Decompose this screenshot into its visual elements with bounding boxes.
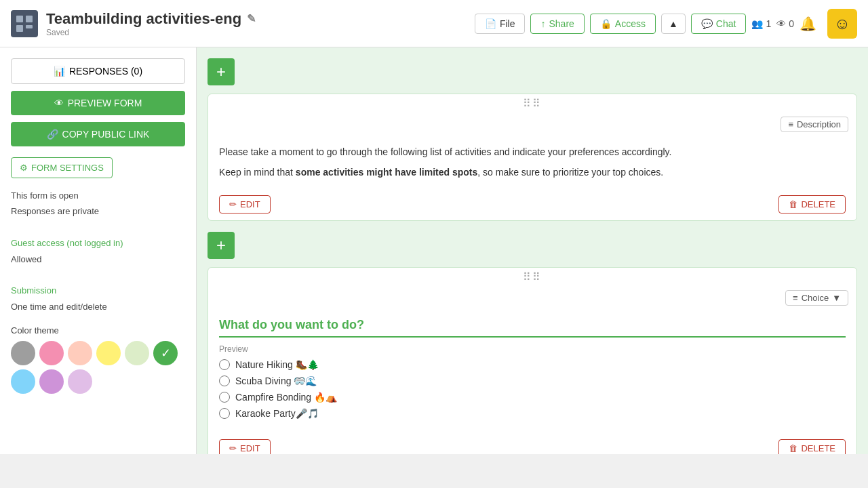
edit-icon-choice: ✏ <box>229 443 237 453</box>
add-block-button-middle[interactable]: + <box>208 232 235 259</box>
main-layout: 📊 RESPONSES (0) 👁 PREVIEW FORM 🔗 COPY PU… <box>0 47 868 454</box>
choice-card-body: What do you want to do? Preview Nature H… <box>208 310 856 432</box>
description-card-body: Please take a moment to go through the f… <box>208 136 856 188</box>
desc-prefix: Keep in mind that <box>219 167 296 178</box>
color-swatch-peach[interactable] <box>68 341 92 365</box>
radio-option-3: Karaoke Party🎤🎵 <box>219 408 846 419</box>
description-type-label: Description <box>797 119 841 129</box>
svg-rect-1 <box>26 16 33 22</box>
description-text-1: Please take a moment to go through the f… <box>219 144 846 159</box>
responses-privacy: Responses are private <box>11 203 185 219</box>
color-swatch-light-purple[interactable] <box>68 369 92 394</box>
radio-input-1[interactable] <box>219 375 230 386</box>
sidebar-info: This form is open Responses are private … <box>11 188 185 314</box>
choice-card: ⠿⠿ ≡ Choice ▼ What do you want to do? Pr… <box>208 267 857 454</box>
topbar-actions: 📄 File ↑ Share 🔒 Access ▲ 💬 Chat 👥 1 👁 0… <box>475 9 857 39</box>
radio-option-1: Scuba Diving 🥽🌊 <box>219 375 846 386</box>
color-swatch-light-green[interactable] <box>125 341 149 365</box>
description-type-badge[interactable]: ≡ Description <box>781 117 848 132</box>
preview-label: PREVIEW FORM <box>68 98 142 108</box>
description-edit-label: EDIT <box>240 199 260 209</box>
submission-value: One time and edit/delete <box>11 299 185 314</box>
svg-rect-3 <box>26 25 33 28</box>
chat-icon: 💬 <box>701 18 713 29</box>
settings-icon: ⚙ <box>20 163 28 173</box>
title-text: Teambuilding activities-eng <box>46 10 241 28</box>
option-label-1: Scuba Diving 🥽🌊 <box>235 375 317 386</box>
plus-icon-top: + <box>216 62 226 81</box>
choice-delete-button[interactable]: 🗑 DELETE <box>778 439 846 454</box>
file-label: File <box>500 18 515 29</box>
radio-input-3[interactable] <box>219 408 230 419</box>
description-card-footer: ✏ EDIT 🗑 DELETE <box>208 188 856 220</box>
link-icon: 🔗 <box>47 129 58 140</box>
description-card-header: ≡ Description <box>208 113 856 136</box>
responses-button[interactable]: 📊 RESPONSES (0) <box>11 58 185 84</box>
copy-link-button[interactable]: 🔗 COPY PUBLIC LINK <box>11 122 185 146</box>
share-icon: ↑ <box>540 18 545 29</box>
access-label: Access <box>615 18 646 29</box>
radio-option-2: Campfire Bonding 🔥⛺ <box>219 392 846 403</box>
color-swatch-pink[interactable] <box>39 341 64 365</box>
choice-delete-label: DELETE <box>801 443 835 453</box>
file-icon: 📄 <box>485 18 496 29</box>
color-swatches: ✓ <box>11 341 185 394</box>
form-settings-label: FORM SETTINGS <box>31 163 104 173</box>
color-swatch-lavender[interactable] <box>39 369 64 394</box>
chat-label: Chat <box>716 18 736 29</box>
option-label-2: Campfire Bonding 🔥⛺ <box>235 392 337 403</box>
description-edit-button[interactable]: ✏ EDIT <box>219 195 271 214</box>
radio-input-0[interactable] <box>219 359 230 370</box>
collapse-button[interactable]: ▲ <box>661 14 686 34</box>
participants-count: 1 <box>766 18 771 29</box>
description-delete-button[interactable]: 🗑 DELETE <box>778 195 846 214</box>
color-swatch-gray[interactable] <box>11 341 35 365</box>
content-area: + ⠿⠿ ≡ Description Please take a moment … <box>197 47 868 454</box>
guest-access-value: Allowed <box>11 251 185 267</box>
svg-rect-2 <box>16 25 23 32</box>
drag-handle-description[interactable]: ⠿⠿ <box>208 94 856 113</box>
radio-option-0: Nature Hiking 🥾🌲 <box>219 359 846 370</box>
share-label: Share <box>549 18 574 29</box>
page-title: Teambuilding activities-eng ✎ <box>46 10 475 28</box>
views-stat: 👁 0 <box>776 18 794 29</box>
access-button[interactable]: 🔒 Access <box>590 14 656 34</box>
avatar[interactable]: ☺ <box>827 9 857 39</box>
form-settings-button[interactable]: ⚙ FORM SETTINGS <box>11 157 113 178</box>
drag-handle-choice[interactable]: ⠿⠿ <box>208 268 856 286</box>
choice-edit-button[interactable]: ✏ EDIT <box>219 439 271 454</box>
participants-icon: 👥 <box>751 18 763 29</box>
description-delete-label: DELETE <box>801 199 835 209</box>
collapse-icon: ▲ <box>669 18 678 29</box>
plus-icon-middle: + <box>216 236 226 255</box>
color-swatch-light-blue[interactable] <box>11 369 35 394</box>
notification-icon[interactable]: 🔔 <box>800 16 816 32</box>
chevron-down-icon: ▼ <box>832 293 841 303</box>
edit-icon-desc: ✏ <box>229 199 237 209</box>
choice-card-footer: ✏ EDIT 🗑 DELETE <box>208 432 856 454</box>
preview-label-choice: Preview <box>219 344 846 354</box>
file-button[interactable]: 📄 File <box>475 14 526 34</box>
chat-button[interactable]: 💬 Chat <box>691 14 747 34</box>
views-icon: 👁 <box>776 18 786 29</box>
lock-icon: 🔒 <box>600 18 612 29</box>
share-button[interactable]: ↑ Share <box>530 14 584 34</box>
submission-link[interactable]: Submission <box>11 285 56 296</box>
list-icon: ≡ <box>788 119 793 129</box>
color-swatch-yellow[interactable] <box>96 341 121 365</box>
desc-bold: some activities might have limited spots <box>296 167 477 178</box>
svg-rect-0 <box>16 16 23 22</box>
edit-title-icon[interactable]: ✎ <box>247 12 256 25</box>
radio-input-2[interactable] <box>219 392 230 403</box>
choice-type-label: Choice <box>802 293 829 303</box>
guest-access-link[interactable]: Guest access (not logged in) <box>11 238 123 248</box>
color-swatch-green[interactable]: ✓ <box>153 341 178 365</box>
choice-type-badge[interactable]: ≡ Choice ▼ <box>785 290 848 306</box>
title-area: Teambuilding activities-eng ✎ Saved <box>46 10 475 37</box>
participants-stat: 👥 1 <box>751 18 771 29</box>
preview-form-button[interactable]: 👁 PREVIEW FORM <box>11 91 185 115</box>
chart-icon: 📊 <box>54 66 65 77</box>
topbar: Teambuilding activities-eng ✎ Saved 📄 Fi… <box>0 0 868 47</box>
views-count: 0 <box>789 18 794 29</box>
add-block-button-top[interactable]: + <box>208 58 235 85</box>
